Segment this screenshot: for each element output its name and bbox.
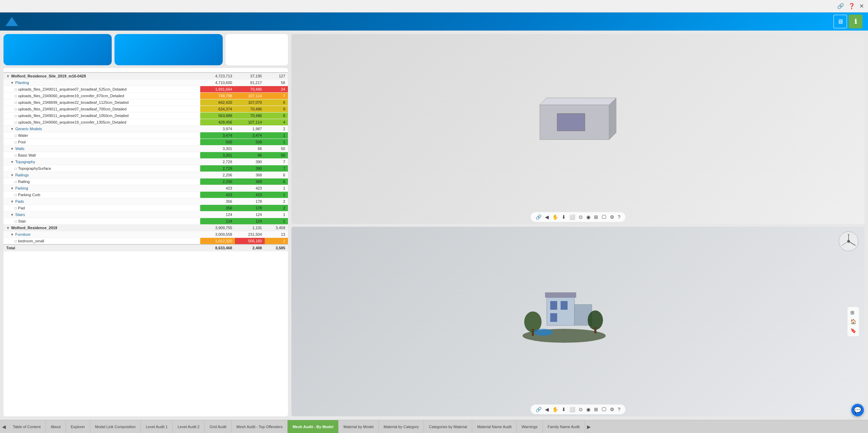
target-tool2-icon[interactable]: ⊙ (578, 406, 584, 413)
table-row[interactable]: □uploads_files_2349060_arquitree19_conni… (3, 119, 288, 126)
display-button[interactable]: 🖥 (833, 15, 847, 28)
bottom-tabs: ◀ Table of ContentAboutExplorerModel Lin… (0, 420, 868, 433)
side-tools: ⊞ 🏠 🔖 (848, 307, 859, 336)
frame-tool-icon[interactable]: ⬜ (569, 214, 576, 220)
bookmark-tool-icon[interactable]: 🔖 (850, 327, 857, 334)
tabs-scroll-right[interactable]: ▶ (585, 420, 593, 433)
table-cell-facecount: 423 (200, 185, 235, 192)
grid-tool-icon[interactable]: ⊞ (593, 214, 599, 220)
table-cell-name: □TopographySurface (3, 165, 200, 172)
table-row[interactable]: □uploads_files_2349060_arquitree19_conni… (3, 93, 288, 99)
target-tool-icon[interactable]: ⊙ (578, 214, 584, 220)
table-row[interactable]: □Pad3561782 (3, 205, 288, 211)
table-row[interactable]: ▼Railings2,2063686 (3, 172, 288, 178)
help-tool2-icon[interactable]: ? (617, 406, 621, 413)
tab-table-of-content[interactable]: Table of Content (8, 420, 46, 433)
table-row[interactable]: □Parking Curb4234231 (3, 192, 288, 198)
col-facesaver-header[interactable] (235, 68, 265, 73)
table-row[interactable]: □uploads_files_2348699_arquitree22_broad… (3, 99, 288, 106)
tab-categories-by-material[interactable]: Categories by Material (424, 420, 472, 433)
col-name-header[interactable] (3, 68, 200, 73)
settings-tool2-icon[interactable]: ⚙ (609, 406, 615, 413)
frame-tool2-icon[interactable]: ⬜ (569, 406, 576, 413)
down-tool-icon[interactable]: ⬇ (561, 214, 567, 220)
link-tool2-icon[interactable]: 🔗 (535, 406, 542, 413)
table-cell-facecount: 4,723,713 (200, 73, 235, 80)
tabs-scroll-left[interactable]: ◀ (0, 420, 8, 433)
table-row[interactable]: ▼Stairs1241241 (3, 211, 288, 218)
table-row[interactable]: ▼Topography2,7293907 (3, 159, 288, 165)
link-tool-icon[interactable]: 🔗 (535, 214, 542, 220)
tab-grid-audit[interactable]: Grid Audit (205, 420, 231, 433)
tab-mesh-audit-by-model[interactable]: Mesh Audit - By Model (288, 420, 339, 433)
col-count-header[interactable] (265, 68, 288, 73)
worst-triangle-category-card[interactable] (114, 34, 223, 65)
tab-level-audit-2[interactable]: Level Audit 2 (173, 420, 205, 433)
view-tool-icon[interactable]: ⊞ (850, 309, 857, 316)
tab-model-link-composition[interactable]: Model Link Composition (90, 420, 141, 433)
tab-mesh-audit-top-offenders[interactable]: Mesh Audit - Top Offenders (232, 420, 288, 433)
tab-about[interactable]: About (46, 420, 66, 433)
hand-tool2-icon[interactable]: ✋ (552, 406, 559, 413)
sphere-tool2-icon[interactable]: ◉ (586, 406, 591, 413)
table-row[interactable]: □bedroom_small1,012,320506,1602 (3, 238, 288, 245)
table-row[interactable]: ▼Parking4234231 (3, 185, 288, 192)
table-cell-facecount: 1,691,664 (200, 86, 235, 93)
link-icon[interactable]: 🔗 (837, 3, 844, 9)
screen-tool-icon[interactable]: 🖵 (601, 214, 607, 220)
close-icon[interactable]: ✕ (859, 3, 864, 9)
table-cell-count: 2 (265, 126, 288, 132)
screen-tool2-icon[interactable]: 🖵 (601, 406, 607, 413)
table-cell-facesaver: 178 (235, 205, 265, 211)
col-facecount-header[interactable] (200, 68, 235, 73)
back-tool-icon[interactable]: ◀ (544, 214, 550, 220)
table-row[interactable]: □Water3,4743,4741 (3, 132, 288, 139)
sphere-tool-icon[interactable]: ◉ (586, 214, 591, 220)
table-cell-count: 58 (265, 80, 288, 86)
hand-tool-icon[interactable]: ✋ (552, 214, 559, 220)
table-header-row (3, 68, 288, 73)
table-row[interactable]: □uploads_files_2349011_arquitree07_broad… (3, 86, 288, 93)
tab-material-by-model[interactable]: Material by Model (339, 420, 379, 433)
table-row[interactable]: ▼Wolford_Residence_Site_2019_m16-04284,7… (3, 73, 288, 80)
table-row[interactable]: □uploads_files_2349011_arquitree07_broad… (3, 106, 288, 113)
table-cell-facecount: 2,729 (200, 159, 235, 165)
tab-material-name-audit[interactable]: Material Name Audit (472, 420, 517, 433)
tab-family-name-audit[interactable]: Family Name Audit (543, 420, 585, 433)
table-row[interactable]: ▼Generic Models3,9741,9872 (3, 126, 288, 132)
table-row[interactable]: □uploads_files_2349011_arquitree07_broad… (3, 113, 288, 119)
table-row[interactable]: □TopographySurface2,7293907 (3, 165, 288, 172)
table-cell-name: ▼Stairs (3, 211, 200, 218)
table-row[interactable]: □Basic Wall3,3016650 (3, 152, 288, 159)
row-icon: □ (15, 167, 17, 170)
tab-warnings[interactable]: Warnings (517, 420, 543, 433)
tab-explorer[interactable]: Explorer (66, 420, 90, 433)
table-row[interactable]: □Pool5005001 (3, 139, 288, 145)
table-cell-name: ▼Parking (3, 185, 200, 192)
home-tool-icon[interactable]: 🏠 (850, 318, 857, 325)
table-cell-facesaver: 423 (235, 185, 265, 192)
grid-tool2-icon[interactable]: ⊞ (593, 406, 599, 413)
chat-bubble[interactable]: 💬 (851, 404, 864, 416)
info-button[interactable]: ℹ (849, 15, 862, 28)
table-row[interactable]: □Stair1241241 (3, 218, 288, 225)
table-cell-facecount: 4,710,600 (200, 80, 235, 86)
table-cell-name: □uploads_files_2349011_arquitree07_broad… (3, 86, 200, 93)
worst-triangle-model-card[interactable] (3, 34, 112, 65)
table-row[interactable]: □Railing2,2063686 (3, 178, 288, 185)
main-content: ▼Wolford_Residence_Site_2019_m16-04284,7… (0, 31, 868, 420)
tab-level-audit-1[interactable]: Level Audit 1 (141, 420, 173, 433)
table-row[interactable]: ▼Walls3,3016650 (3, 145, 288, 152)
table-row[interactable]: ▼Wolford_Residence_20193,909,7551,1313,4… (3, 225, 288, 231)
table-row[interactable]: ▼Planting4,710,60081,21758 (3, 80, 288, 86)
down-tool2-icon[interactable]: ⬇ (561, 406, 567, 413)
table-cell-facesaver: 70,486 (235, 106, 265, 113)
table-row[interactable]: ▼Pads3561782 (3, 198, 288, 205)
help-icon[interactable]: ❓ (848, 3, 855, 9)
help-tool-icon[interactable]: ? (617, 214, 621, 220)
table-cell-facesaver: 178 (235, 198, 265, 205)
table-row[interactable]: ▼Furniture3,009,558231,50413 (3, 231, 288, 238)
back-tool2-icon[interactable]: ◀ (544, 406, 550, 413)
settings-tool-icon[interactable]: ⚙ (609, 214, 615, 220)
tab-material-by-category[interactable]: Material by Category (379, 420, 424, 433)
